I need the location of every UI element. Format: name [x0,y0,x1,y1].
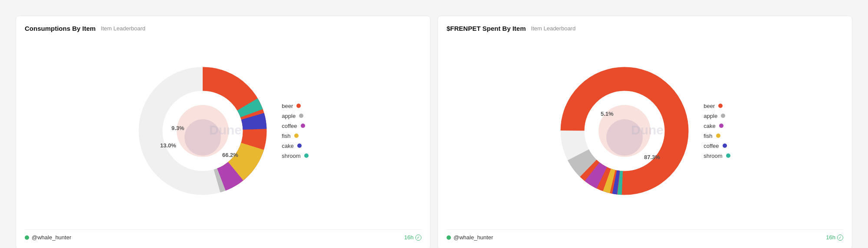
svg-text:Dune: Dune [631,123,664,137]
legend-dot-shroom [304,153,309,158]
legend-1: beerapplecoffeefishcakeshroom [282,103,308,159]
card-footer-1: @whale_hunter 16h ✓ [25,229,421,241]
legend-item-shroom: shroom [282,153,308,159]
check-icon-2: ✓ [837,235,843,241]
legend-label-fish: fish [704,133,712,139]
legend-label-cake: cake [282,143,293,149]
legend-item-shroom: shroom [704,153,730,159]
legend-item-fish: fish [282,133,308,139]
donut-chart-2: Dune 87.3% 5.1% [559,66,690,196]
chart-title-2: $FRENPET Spent By Item [447,25,526,32]
chart-card-consumptions: Consumptions By Item Item Leaderboard [16,16,431,248]
legend-label-shroom: shroom [704,153,722,159]
legend-dot-shroom [726,153,730,158]
legend-label-coffee: coffee [704,143,719,149]
check-icon-1: ✓ [415,235,421,241]
user-dot-1 [25,235,29,240]
legend-dot-coffee [301,124,305,128]
svg-text:5.1%: 5.1% [601,111,614,117]
username-2: @whale_hunter [454,234,493,241]
footer-user-1: @whale_hunter [25,234,71,241]
donut-chart-1: Dune 66.2% 9.3% 13.0% [138,66,268,196]
legend-item-apple: apple [282,113,308,119]
legend-dot-cake [719,124,723,128]
legend-label-shroom: shroom [282,153,300,159]
legend-item-beer: beer [282,103,308,109]
user-dot-2 [447,235,451,240]
legend-item-coffee: coffee [282,123,308,129]
chart-card-frenpet: $FRENPET Spent By Item Item Leaderboard [437,16,852,248]
legend-dot-apple [299,114,303,118]
chart-body-1: Dune 66.2% 9.3% 13.0% beerapplecoffeefis… [25,39,421,222]
legend-item-coffee: coffee [704,143,730,149]
legend-label-apple: apple [704,113,717,119]
svg-text:87.3%: 87.3% [644,154,660,160]
legend-item-cake: cake [704,123,730,129]
footer-time-2: 16h ✓ [826,234,843,241]
legend-item-fish: fish [704,133,730,139]
legend-item-apple: apple [704,113,730,119]
legend-dot-fish [716,134,720,138]
legend-item-beer: beer [704,103,730,109]
card-header-1: Consumptions By Item Item Leaderboard [25,25,421,32]
legend-label-fish: fish [282,133,290,139]
card-footer-2: @whale_hunter 16h ✓ [447,229,843,241]
legend-dot-coffee [723,144,727,148]
footer-user-2: @whale_hunter [447,234,493,241]
svg-text:66.2%: 66.2% [222,152,238,158]
legend-label-coffee: coffee [282,123,297,129]
charts-container: Consumptions By Item Item Leaderboard [9,9,859,248]
legend-dot-cake [297,144,302,148]
svg-text:Dune: Dune [209,123,242,137]
chart-title-1: Consumptions By Item [25,25,95,32]
donut-svg-2: Dune 87.3% 5.1% [559,66,690,196]
legend-dot-apple [721,114,725,118]
legend-dot-fish [294,134,299,138]
time-label-2: 16h [826,234,835,241]
svg-text:9.3%: 9.3% [171,125,184,131]
legend-label-beer: beer [282,103,293,109]
legend-dot-beer [296,104,301,108]
legend-dot-beer [718,104,723,108]
legend-2: beerapplecakefishcoffeeshroom [704,103,730,159]
card-header-2: $FRENPET Spent By Item Item Leaderboard [447,25,843,32]
svg-text:13.0%: 13.0% [160,142,176,149]
legend-label-apple: apple [282,113,296,119]
legend-item-cake: cake [282,143,308,149]
chart-subtitle-1: Item Leaderboard [101,25,145,32]
chart-body-2: Dune 87.3% 5.1% beerapplecakefishcoffees… [447,39,843,222]
legend-label-beer: beer [704,103,715,109]
time-label-1: 16h [404,234,414,241]
legend-label-cake: cake [704,123,715,129]
footer-time-1: 16h ✓ [404,234,421,241]
donut-svg-1: Dune 66.2% 9.3% 13.0% [138,66,268,196]
username-1: @whale_hunter [32,234,71,241]
chart-subtitle-2: Item Leaderboard [531,25,576,32]
